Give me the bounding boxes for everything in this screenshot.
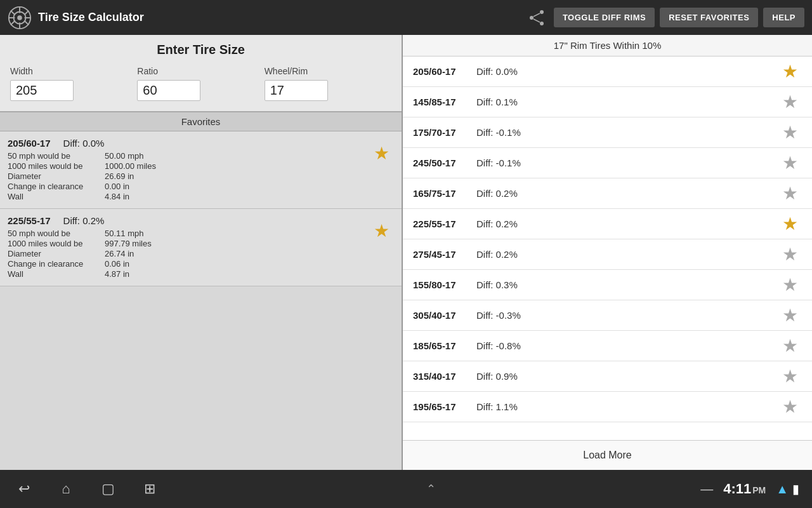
result-row[interactable]: 165/75-17 Diff: 0.2% ★ [403, 178, 812, 209]
left-panel: Enter Tire Size Width Ratio Wheel/Rim Fa… [0, 35, 403, 470]
fav-detail-row: 50 mph would be 50.00 mph [8, 151, 369, 161]
result-star-button[interactable]: ★ [778, 273, 802, 297]
toggle-diff-rims-button[interactable]: TOGGLE DIFF RIMS [554, 8, 655, 27]
result-row[interactable]: 245/50-17 Diff: -0.1% ★ [403, 148, 812, 178]
result-star-button[interactable]: ★ [778, 334, 802, 358]
fav-miles-val: 1000.00 miles [105, 161, 156, 171]
result-star-button[interactable]: ★ [778, 395, 802, 419]
svg-point-13 [540, 22, 544, 25]
result-row[interactable]: 275/45-17 Diff: 0.2% ★ [403, 239, 812, 270]
star-empty-icon: ★ [782, 91, 798, 112]
svg-line-14 [534, 13, 540, 17]
result-star-button[interactable]: ★ [778, 151, 802, 175]
result-row[interactable]: 145/85-17 Diff: 0.1% ★ [403, 87, 812, 117]
result-tire-size: 145/85-17 [413, 97, 476, 107]
star-empty-icon: ★ [782, 335, 798, 356]
result-row[interactable]: 225/55-17 Diff: 0.2% ★ [403, 209, 812, 239]
ratio-input[interactable] [137, 80, 200, 101]
svg-point-11 [540, 10, 544, 14]
star-empty-icon: ★ [782, 396, 798, 417]
tire-form-fields: Width Ratio Wheel/Rim [10, 66, 391, 101]
load-more-button[interactable]: Load More [583, 450, 632, 461]
result-star-button[interactable]: ★ [778, 90, 802, 114]
result-tire-size: 245/50-17 [413, 157, 476, 168]
recents-button[interactable]: ▢ [96, 478, 119, 500]
result-star-button[interactable]: ★ [778, 364, 802, 389]
fav-wall-label: Wall [8, 269, 100, 279]
result-row[interactable]: 205/60-17 Diff: 0.0% ★ [403, 57, 812, 87]
result-diff: Diff: 1.1% [476, 401, 778, 412]
favorite-item-data: 225/55-17 Diff: 0.2% 50 mph would be 50.… [8, 215, 369, 279]
result-star-button[interactable]: ★ [778, 60, 802, 84]
back-button[interactable]: ↩ [13, 478, 36, 500]
fav-detail-row: 1000 miles would be 997.79 miles [8, 239, 369, 248]
wheel-rim-input[interactable] [265, 80, 328, 101]
wifi-icon: ▲ [776, 482, 789, 497]
result-star-button[interactable]: ★ [778, 304, 802, 328]
battery-icon: ▮ [792, 481, 799, 497]
chevron-up-icon[interactable]: ⌃ [426, 482, 436, 496]
result-star-button[interactable]: ★ [778, 121, 802, 145]
fav-detail-row: Wall 4.84 in [8, 192, 369, 201]
fav-wall-label: Wall [8, 192, 100, 201]
favorites-list: 205/60-17 Diff: 0.0% 50 mph would be 50.… [0, 131, 402, 286]
wheel-rim-field-group: Wheel/Rim [265, 66, 391, 101]
svg-point-10 [17, 15, 22, 20]
status-icons: ▲ ▮ [776, 481, 799, 497]
fav-star-button[interactable]: ★ [369, 218, 394, 243]
fav-detail-row: Change in clearance 0.06 in [8, 259, 369, 269]
result-star-button[interactable]: ★ [778, 182, 802, 206]
fav-detail-row: Diameter 26.74 in [8, 249, 369, 258]
star-empty-icon: ★ [782, 305, 798, 326]
result-star-button[interactable]: ★ [778, 243, 802, 267]
result-diff: Diff: 0.1% [476, 97, 778, 107]
result-row[interactable]: 315/40-17 Diff: 0.9% ★ [403, 361, 812, 392]
fav-diameter-val: 26.69 in [105, 171, 134, 181]
favorites-section: Favorites 205/60-17 Diff: 0.0% 50 mph wo… [0, 112, 402, 470]
result-diff: Diff: -0.1% [476, 127, 778, 138]
width-label: Width [10, 66, 137, 76]
fav-mph-label: 50 mph would be [8, 151, 100, 161]
fav-tire-size: 205/60-17 [8, 138, 51, 149]
fav-mph-val: 50.11 mph [105, 229, 143, 238]
fav-diameter-label: Diameter [8, 171, 100, 181]
fav-detail-row: 50 mph would be 50.11 mph [8, 229, 369, 238]
share-icon [528, 9, 546, 27]
width-input[interactable] [10, 80, 74, 101]
home-button[interactable]: ⌂ [55, 478, 77, 500]
fav-miles-label: 1000 miles would be [8, 239, 100, 248]
windows-button[interactable]: ⊞ [138, 478, 161, 500]
result-tire-size: 225/55-17 [413, 218, 476, 229]
help-button[interactable]: HELP [763, 8, 804, 27]
result-star-button[interactable]: ★ [778, 212, 802, 236]
results-list: 205/60-17 Diff: 0.0% ★ 145/85-17 Diff: 0… [403, 57, 812, 440]
result-diff: Diff: -0.1% [476, 157, 778, 168]
result-tire-size: 305/40-17 [413, 310, 476, 321]
star-filled-icon: ★ [374, 143, 390, 164]
result-row[interactable]: 185/65-17 Diff: -0.8% ★ [403, 331, 812, 361]
result-row[interactable]: 175/70-17 Diff: -0.1% ★ [403, 117, 812, 148]
results-header: 17" Rim Tires Within 10% [403, 35, 812, 57]
fav-star-button[interactable]: ★ [369, 140, 394, 166]
fav-row1: 225/55-17 Diff: 0.2% [8, 215, 369, 226]
result-tire-size: 315/40-17 [413, 371, 476, 382]
fav-diff: Diff: 0.0% [63, 138, 105, 149]
result-row[interactable]: 305/40-17 Diff: -0.3% ★ [403, 300, 812, 331]
dash-icon: — [700, 482, 713, 497]
favorite-item[interactable]: 205/60-17 Diff: 0.0% 50 mph would be 50.… [0, 131, 402, 209]
right-panel: 17" Rim Tires Within 10% 205/60-17 Diff:… [403, 35, 812, 470]
reset-favorites-button[interactable]: RESET FAVORITES [660, 8, 758, 27]
fav-diff: Diff: 0.2% [63, 215, 105, 226]
tire-form: Enter Tire Size Width Ratio Wheel/Rim [0, 35, 402, 112]
result-diff: Diff: 0.9% [476, 371, 778, 382]
fav-wall-val: 4.87 in [105, 269, 129, 279]
result-row[interactable]: 195/65-17 Diff: 1.1% ★ [403, 392, 812, 422]
share-button[interactable] [525, 6, 549, 30]
favorite-item[interactable]: 225/55-17 Diff: 0.2% 50 mph would be 50.… [0, 209, 402, 286]
fav-detail-row: Wall 4.87 in [8, 269, 369, 279]
result-row[interactable]: 155/80-17 Diff: 0.3% ★ [403, 270, 812, 300]
star-filled-icon: ★ [374, 220, 390, 241]
result-tire-size: 205/60-17 [413, 66, 476, 77]
width-field-group: Width [10, 66, 137, 101]
star-empty-icon: ★ [782, 152, 798, 173]
